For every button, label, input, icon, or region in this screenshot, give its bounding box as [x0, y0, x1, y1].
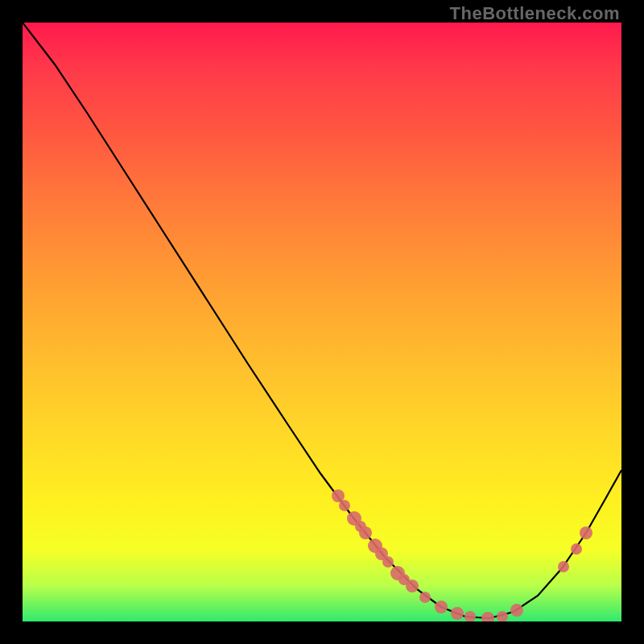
highlight-dot — [451, 607, 464, 620]
highlight-dot — [359, 526, 372, 539]
highlight-dot — [435, 601, 448, 613]
highlight-dot — [510, 604, 523, 617]
highlight-dot — [406, 580, 419, 592]
highlight-dots — [332, 489, 592, 621]
attribution-text: TheBottleneck.com — [450, 3, 620, 24]
chart-frame — [23, 23, 621, 621]
highlight-dot — [580, 526, 592, 539]
highlight-dot — [419, 592, 431, 603]
highlight-dot — [339, 500, 350, 511]
highlight-dot — [382, 556, 394, 568]
highlight-dot — [481, 612, 494, 621]
chart-svg — [23, 23, 621, 621]
highlight-dot — [497, 611, 508, 621]
highlight-dot — [571, 543, 582, 555]
highlight-dot — [558, 561, 569, 572]
highlight-dot — [464, 611, 476, 621]
bottleneck-curve — [23, 23, 621, 618]
